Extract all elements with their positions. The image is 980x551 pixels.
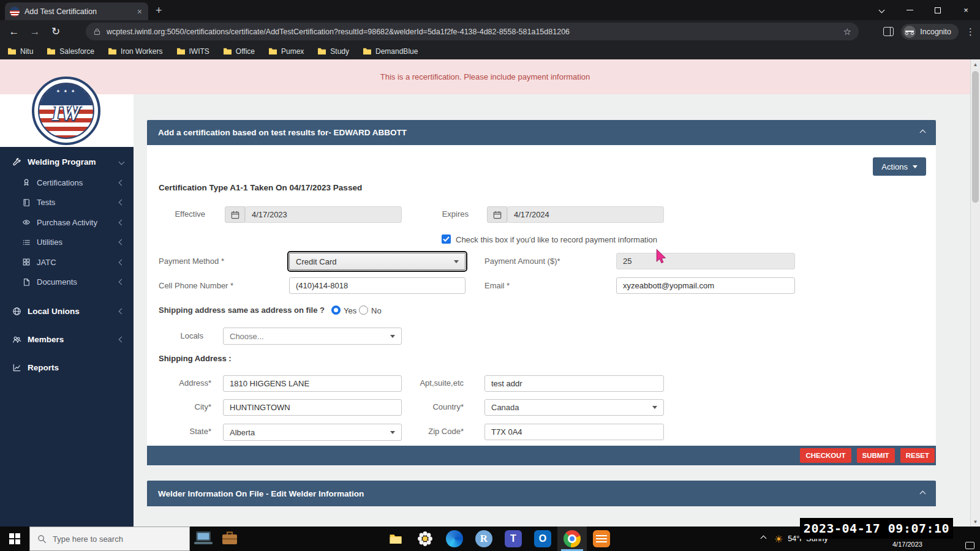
payment-method-select[interactable]: Credit Card: [289, 253, 466, 270]
action-center-icon[interactable]: [965, 542, 974, 549]
browser-menu-icon[interactable]: ⋮: [966, 26, 975, 37]
checkout-button[interactable]: CHECKOUT: [800, 448, 851, 463]
rstudio-icon: R: [475, 530, 492, 547]
sidebar-item-jatc[interactable]: JATC: [0, 252, 134, 272]
notes-app-button[interactable]: [587, 527, 616, 551]
rstudio-button[interactable]: R: [469, 527, 499, 551]
email-input[interactable]: [616, 277, 795, 294]
certification-summary: Certification Type A1-1 Taken On 04/17/2…: [159, 183, 362, 192]
bookmark-folder[interactable]: DemandBlue: [363, 47, 418, 56]
certificate-icon: [22, 178, 31, 187]
bookmark-folder[interactable]: Study: [317, 47, 349, 56]
sidebar-item-reports[interactable]: Reports: [0, 353, 134, 381]
welder-info-panel-header[interactable]: Welder Information On File - Edit Welder…: [147, 481, 936, 506]
payment-method-label: Payment Method *: [159, 257, 224, 266]
file-explorer-button[interactable]: [381, 527, 410, 551]
sidebar-menu: Welding Program Certifications Tests: [0, 147, 134, 381]
incognito-icon: [903, 26, 916, 38]
tab-title: Add Test Certification: [24, 7, 131, 16]
shipping-same-no-radio[interactable]: [359, 305, 368, 315]
minimize-button[interactable]: [895, 0, 924, 20]
taskbar-search[interactable]: Type here to search: [29, 527, 190, 551]
sidebar-item-welding-program[interactable]: Welding Program: [0, 151, 134, 173]
folder-icon: [7, 47, 17, 55]
logo-letters: IW: [39, 100, 93, 126]
address-input[interactable]: [223, 375, 402, 392]
shipping-same-no-label[interactable]: No: [371, 306, 382, 315]
goto-button[interactable]: [410, 527, 440, 551]
back-icon[interactable]: ←: [4, 26, 24, 38]
laptop-icon[interactable]: [194, 529, 213, 547]
page-scrollbar[interactable]: ▲ ▼: [970, 59, 980, 527]
bookmark-folder[interactable]: IWITS: [176, 47, 209, 56]
taskbar-date[interactable]: 4/17/2023: [892, 541, 922, 548]
scroll-up-icon[interactable]: ▲: [971, 59, 980, 69]
payment-checkbox-label[interactable]: Check this box if you'd like to record p…: [456, 235, 657, 244]
effective-label: Effective: [147, 209, 205, 219]
reload-icon[interactable]: ↻: [45, 25, 66, 38]
browser-tab[interactable]: Add Test Certification ×: [5, 2, 148, 20]
bookmark-folder[interactable]: Iron Workers: [108, 47, 162, 56]
locals-select[interactable]: Choose...: [223, 328, 402, 345]
submit-button[interactable]: SUBMIT: [857, 448, 895, 463]
incognito-badge[interactable]: Incognito: [901, 24, 959, 40]
shipping-same-yes-label[interactable]: Yes: [344, 306, 356, 315]
tab-close-icon[interactable]: ×: [136, 6, 143, 17]
sidebar-item-certifications[interactable]: Certifications: [0, 173, 134, 193]
country-select[interactable]: Canada: [484, 399, 664, 416]
cell-phone-input[interactable]: [289, 277, 466, 294]
briefcase-icon[interactable]: [221, 529, 239, 547]
bookmark-folder[interactable]: Office: [223, 47, 255, 56]
scroll-down-icon[interactable]: ▼: [971, 517, 980, 527]
bookmark-folder[interactable]: Pumex: [268, 47, 304, 56]
zip-input[interactable]: [484, 424, 664, 440]
expires-date-input[interactable]: [507, 206, 664, 223]
bookmark-star-icon[interactable]: ☆: [843, 26, 851, 37]
chevron-left-icon: [119, 179, 125, 186]
forward-icon[interactable]: →: [24, 26, 45, 38]
chrome-button[interactable]: [557, 527, 587, 551]
ironworkers-logo[interactable]: ★ ★ ★ IW: [32, 77, 100, 145]
payment-info-checkbox[interactable]: [442, 234, 451, 244]
sidebar-item-purchase-activity[interactable]: Purchase Activity: [0, 212, 134, 233]
sidebar-item-documents[interactable]: Documents: [0, 272, 134, 293]
scrollbar-thumb[interactable]: [972, 71, 979, 203]
maximize-button[interactable]: [924, 0, 952, 20]
close-window-button[interactable]: ×: [952, 0, 980, 20]
state-select[interactable]: Alberta: [223, 424, 402, 441]
bookmark-folder[interactable]: Salesforce: [47, 47, 94, 56]
sidebar-item-members[interactable]: Members: [0, 325, 134, 353]
edge-icon: [446, 530, 463, 547]
shipping-same-yes-radio[interactable]: [331, 305, 341, 315]
alert-text: This is a recertification. Please includ…: [380, 72, 590, 81]
apt-label: Apt,suite,etc: [410, 378, 464, 388]
chevron-up-icon[interactable]: [920, 130, 926, 136]
browser-titlebar: Add Test Certification × + ×: [0, 0, 980, 20]
reset-button[interactable]: RESET: [900, 448, 935, 463]
side-panel-icon[interactable]: [883, 27, 894, 36]
tray-chevron-icon[interactable]: [761, 536, 767, 542]
folder-icon: [268, 47, 277, 55]
url-field[interactable]: wcptest.iwintl.org:5050/certifications/c…: [86, 23, 859, 40]
tab-search-icon[interactable]: [867, 0, 895, 20]
start-button[interactable]: [0, 527, 29, 551]
chevron-left-icon: [119, 200, 125, 206]
payment-amount-input[interactable]: [616, 253, 795, 269]
bookmark-folder[interactable]: Nitu: [7, 47, 33, 56]
effective-date-input[interactable]: [245, 206, 402, 223]
sidebar-item-local-unions[interactable]: Local Unions: [0, 297, 134, 325]
chevron-up-icon[interactable]: [920, 490, 926, 497]
certification-panel-header[interactable]: Add a certification based on test result…: [147, 120, 936, 145]
actions-button[interactable]: Actions: [873, 157, 926, 176]
sidebar-item-utilities[interactable]: Utilities: [0, 233, 134, 253]
expires-calendar-button[interactable]: [487, 206, 507, 223]
apt-input[interactable]: [484, 375, 664, 392]
edge-button[interactable]: [440, 527, 469, 551]
city-input[interactable]: [223, 399, 402, 416]
effective-calendar-button[interactable]: [225, 206, 245, 223]
state-value: Alberta: [230, 428, 255, 437]
outlook-button[interactable]: O: [528, 527, 557, 551]
teams-button[interactable]: T: [499, 527, 528, 551]
sidebar-item-tests[interactable]: Tests: [0, 193, 134, 213]
new-tab-button[interactable]: +: [156, 5, 162, 16]
